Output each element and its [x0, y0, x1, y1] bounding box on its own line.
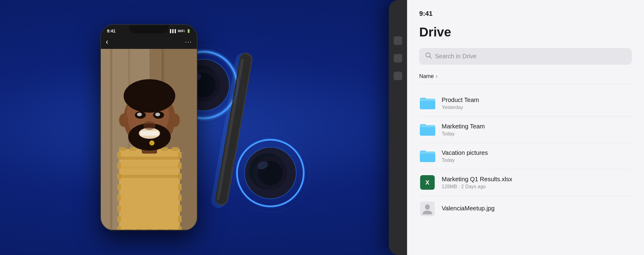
- sort-label: Name ↑: [419, 73, 438, 80]
- svg-rect-39: [140, 131, 159, 136]
- svg-rect-28: [119, 149, 180, 230]
- list-item[interactable]: Vacation pictures Today: [419, 143, 632, 169]
- phone-status-icons: ▐▐▐ WiFi 🔋: [169, 29, 191, 33]
- file-meta: Yesterday: [442, 105, 632, 110]
- phone-mockup: 9:41 ▐▐▐ WiFi 🔋 ‹ ···: [100, 24, 197, 231]
- folder-icon: [419, 123, 436, 136]
- jpg-icon: [420, 202, 435, 216]
- file-name: Marketing Q1 Results.xlsx: [442, 176, 632, 183]
- side-icon-3: [394, 72, 402, 80]
- side-icon-2: [394, 54, 402, 63]
- file-meta: Today: [442, 158, 632, 163]
- battery-icon: 🔋: [187, 29, 191, 33]
- phone-time: 9:41: [107, 29, 115, 33]
- file-name: ValenciaMeetup.jpg: [442, 205, 632, 212]
- svg-rect-25: [110, 49, 112, 230]
- list-item[interactable]: Product Team Yesterday: [419, 90, 632, 117]
- svg-point-48: [171, 114, 180, 127]
- svg-point-42: [137, 113, 142, 116]
- signal-icon: ▐▐▐: [169, 29, 176, 33]
- svg-point-47: [119, 114, 128, 127]
- folder-icon: [419, 97, 436, 110]
- folder-icon-wrapper: [419, 121, 436, 138]
- list-item[interactable]: Marketing Team Today: [419, 117, 632, 143]
- tablet-screen: 9:41 Drive Search in Drive: [407, 0, 644, 255]
- file-meta: 128MB · 2 Days ago: [442, 184, 632, 189]
- search-icon: [425, 52, 432, 60]
- svg-point-52: [425, 204, 430, 210]
- more-button[interactable]: ···: [185, 38, 192, 45]
- file-name: Vacation pictures: [442, 149, 632, 156]
- svg-point-36: [124, 79, 175, 113]
- svg-text:☥: ☥: [150, 142, 152, 145]
- side-icon-1: [394, 36, 402, 45]
- image-icon-wrapper: [419, 201, 436, 217]
- file-details: Marketing Team Today: [442, 123, 632, 137]
- file-details: Marketing Q1 Results.xlsx 128MB · 2 Days…: [442, 176, 632, 189]
- phone-screen: 9:41 ▐▐▐ WiFi 🔋 ‹ ···: [101, 25, 197, 230]
- svg-point-43: [155, 113, 160, 116]
- file-details: Vacation pictures Today: [442, 149, 632, 163]
- file-details: ValenciaMeetup.jpg: [442, 205, 632, 213]
- folder-icon-wrapper: [419, 148, 436, 164]
- svg-point-44: [143, 121, 156, 130]
- file-list: Product Team Yesterday: [419, 90, 632, 222]
- excel-icon: X: [420, 175, 435, 190]
- drive-ui: 9:41 Drive Search in Drive: [407, 0, 644, 255]
- file-meta: Today: [442, 131, 632, 137]
- folder-icon-wrapper: [419, 95, 436, 111]
- phone-frame: 9:41 ▐▐▐ WiFi 🔋 ‹ ···: [100, 24, 197, 231]
- folder-icon: [419, 149, 436, 163]
- phone-photo: ☥: [101, 49, 197, 230]
- drive-time: 9:41: [419, 10, 632, 18]
- tablet-sidebar: [389, 0, 407, 255]
- tablet-mockup: 9:41 Drive Search in Drive: [389, 0, 644, 255]
- excel-icon-wrapper: X: [419, 174, 436, 191]
- phone-notch: [129, 25, 169, 33]
- file-name: Marketing Team: [442, 123, 632, 130]
- tablet-frame: 9:41 Drive Search in Drive: [389, 0, 644, 255]
- back-button[interactable]: ‹: [106, 37, 108, 46]
- search-bar[interactable]: Search in Drive: [419, 48, 632, 65]
- sort-row[interactable]: Name ↑: [419, 73, 632, 84]
- phone-header: ‹ ···: [101, 35, 197, 49]
- svg-line-50: [430, 57, 432, 59]
- list-item[interactable]: ValenciaMeetup.jpg: [419, 196, 632, 222]
- list-item[interactable]: X Marketing Q1 Results.xlsx 128MB · 2 Da…: [419, 169, 632, 196]
- search-placeholder-text: Search in Drive: [435, 53, 477, 60]
- wifi-icon: WiFi: [178, 29, 185, 33]
- drive-title: Drive: [419, 25, 632, 39]
- file-name: Product Team: [442, 97, 632, 104]
- file-details: Product Team Yesterday: [442, 97, 632, 110]
